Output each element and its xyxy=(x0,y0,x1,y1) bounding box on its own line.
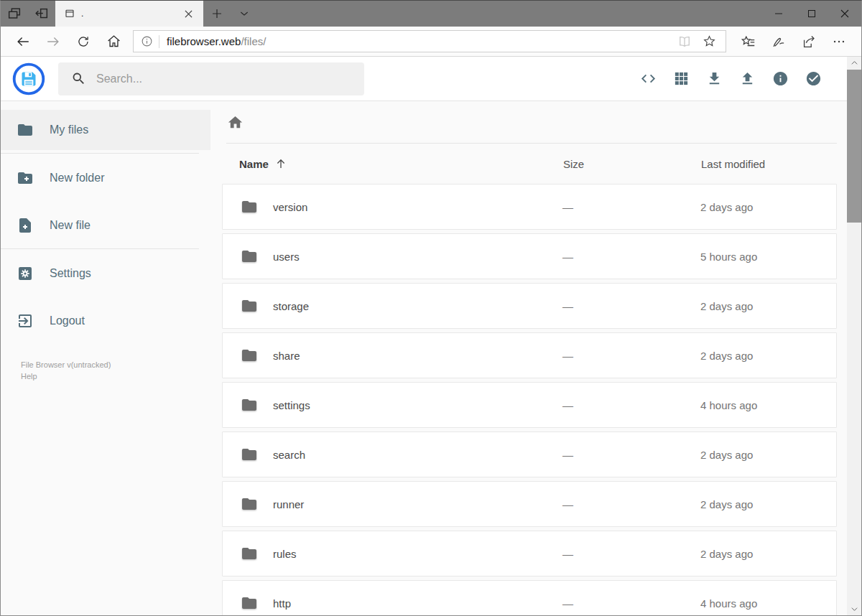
refresh-button[interactable] xyxy=(68,29,98,55)
site-info-icon[interactable] xyxy=(141,35,153,47)
sidebar-footer: File Browser v(untracked)Help xyxy=(21,360,210,383)
arrow-left-icon xyxy=(15,34,31,50)
file-row[interactable]: search — 2 days ago xyxy=(222,431,837,477)
sidebar-item-logout[interactable]: Logout xyxy=(1,301,210,341)
minimize-button[interactable] xyxy=(762,1,795,27)
filebrowser-logo[interactable] xyxy=(12,62,45,95)
logout-icon xyxy=(17,312,34,330)
tab-title: . xyxy=(81,9,173,19)
sidebar-divider xyxy=(1,248,199,249)
sidebar-item-label: New file xyxy=(50,219,91,232)
column-header-modified[interactable]: Last modified xyxy=(701,158,820,170)
file-name: runner xyxy=(273,498,562,510)
folder-icon xyxy=(240,248,273,265)
column-header-size[interactable]: Size xyxy=(563,158,701,170)
file-size: — xyxy=(562,597,700,610)
minimize-icon xyxy=(774,9,783,18)
help-link[interactable]: Help xyxy=(21,371,210,383)
folder-icon xyxy=(17,121,34,139)
floppy-disk-logo-icon xyxy=(12,62,45,95)
tabs-set-aside-preview-button[interactable] xyxy=(1,1,28,27)
sidebar-item-label: My files xyxy=(50,123,88,136)
sidebar-item-label: New folder xyxy=(50,172,104,185)
scrollbar-thumb[interactable] xyxy=(847,101,861,223)
hub-star-list-icon xyxy=(741,34,756,50)
address-bar[interactable]: filebrowser.web/files/ xyxy=(133,30,726,52)
download-button[interactable] xyxy=(700,65,728,93)
home-icon xyxy=(227,114,244,131)
settings-icon xyxy=(17,265,34,282)
reading-view-button[interactable] xyxy=(672,32,697,51)
file-modified: 4 hours ago xyxy=(700,399,819,411)
folder-icon xyxy=(240,198,273,215)
file-row[interactable]: version — 2 days ago xyxy=(222,184,837,230)
favorites-hub-button[interactable] xyxy=(733,29,764,55)
breadcrumb-home-button[interactable] xyxy=(227,114,244,131)
plus-icon xyxy=(210,7,223,20)
scroll-down-button[interactable] xyxy=(847,603,861,615)
search-box[interactable] xyxy=(58,62,364,95)
sidebar-item-settings[interactable]: Settings xyxy=(1,253,210,294)
stacked-windows-icon xyxy=(6,6,22,22)
window-controls xyxy=(762,1,861,27)
close-icon xyxy=(840,9,849,18)
share-icon xyxy=(801,34,817,50)
file-name: share xyxy=(273,350,562,362)
set-tabs-aside-button[interactable] xyxy=(28,1,55,27)
book-icon xyxy=(677,34,692,49)
breadcrumb xyxy=(222,101,837,143)
forward-button[interactable] xyxy=(38,29,68,55)
grid-button[interactable] xyxy=(667,65,695,93)
info-button[interactable] xyxy=(766,65,794,93)
chevron-down-icon xyxy=(238,8,250,19)
file-row[interactable]: settings — 4 hours ago xyxy=(222,382,837,428)
tab-aside-arrow-icon xyxy=(34,6,50,22)
file-size: — xyxy=(562,300,700,312)
favorite-star-button[interactable] xyxy=(697,32,721,51)
file-row[interactable]: runner — 2 days ago xyxy=(222,481,837,527)
grid-icon xyxy=(673,70,690,87)
share-button[interactable] xyxy=(794,29,824,55)
web-note-pen-button[interactable] xyxy=(764,29,794,55)
tab-list-button[interactable] xyxy=(231,1,258,27)
upload-button[interactable] xyxy=(733,65,761,93)
file-row[interactable]: storage — 2 days ago xyxy=(222,283,837,329)
file-modified: 2 days ago xyxy=(700,498,819,510)
check-circle-button[interactable] xyxy=(800,65,827,93)
file-modified: 2 days ago xyxy=(700,449,819,461)
page-scrollbar[interactable] xyxy=(847,101,861,615)
column-header-name[interactable]: Name xyxy=(239,157,563,170)
browser-tab[interactable]: . xyxy=(55,1,203,27)
sort-ascending-icon xyxy=(274,157,287,170)
settings-more-button[interactable] xyxy=(824,29,854,55)
maximize-button[interactable] xyxy=(795,1,828,27)
browser-home-button[interactable] xyxy=(98,29,129,55)
file-size: — xyxy=(562,350,700,362)
url-text[interactable]: filebrowser.web/files/ xyxy=(167,35,672,47)
sidebar-item-my-files[interactable]: My files xyxy=(1,110,210,150)
file-name: users xyxy=(273,251,562,263)
upload-icon xyxy=(739,70,756,87)
sidebar-item-new-file[interactable]: New file xyxy=(1,205,210,246)
file-listing: Name Size Last modified version — 2 days… xyxy=(210,101,861,615)
new-tab-button[interactable] xyxy=(203,1,231,27)
browser-tab-bar: . xyxy=(1,1,861,27)
file-modified: 5 hours ago xyxy=(700,251,819,263)
file-row[interactable]: http — 4 hours ago xyxy=(222,580,837,615)
search-input[interactable] xyxy=(96,73,351,85)
file-name: storage xyxy=(273,300,562,312)
file-modified: 2 days ago xyxy=(700,300,819,312)
back-button[interactable] xyxy=(8,29,38,55)
file-size: — xyxy=(562,201,700,213)
arrow-right-icon xyxy=(45,34,61,50)
file-row[interactable]: share — 2 days ago xyxy=(222,332,837,378)
browser-window: . filebrowser.web/files/ xyxy=(0,0,862,616)
close-window-button[interactable] xyxy=(828,1,861,27)
check-circle-icon xyxy=(805,70,822,87)
file-row[interactable]: rules — 2 days ago xyxy=(222,531,837,577)
code-button[interactable] xyxy=(634,65,662,93)
tab-close-button[interactable] xyxy=(179,4,198,23)
sidebar-item-new-folder[interactable]: New folder xyxy=(1,158,210,198)
file-row[interactable]: users — 5 hours ago xyxy=(222,233,837,279)
close-icon xyxy=(185,10,193,18)
